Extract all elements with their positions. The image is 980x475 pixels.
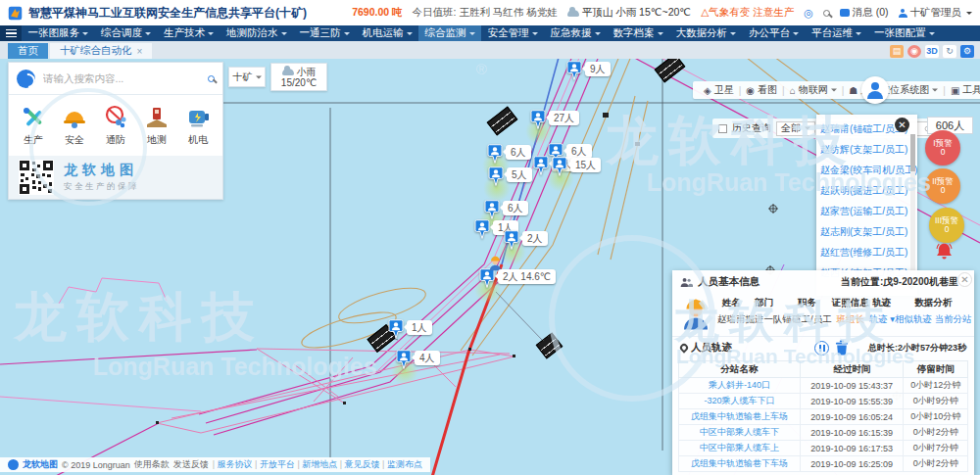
search-icon[interactable] [823,10,830,17]
toolbar-tools[interactable]: ▣工具 [946,83,980,97]
person-result-item[interactable]: 赵家营(运输工/员工) [820,201,907,221]
person-locate-button[interactable] [861,76,889,104]
legend-icon[interactable]: ▤ [890,45,904,58]
toolbar-view[interactable]: ◉看图 [741,83,782,97]
close-icon[interactable]: ✕ [895,118,909,132]
track-dropdown[interactable]: 轨迹 ▾ [869,310,895,328]
survey-icon [144,105,170,130]
footer-feedback[interactable]: 发送反馈 [173,458,209,471]
view-icon: ◉ [746,85,755,96]
chevron-down-icon [658,32,663,38]
chevron-down-icon [82,32,88,38]
map-search-input[interactable] [41,71,202,85]
station-name-link[interactable]: 乘人斜井-140口 [679,378,801,394]
history-checkbox[interactable] [718,124,727,133]
person-result-item[interactable]: 赵红营(维修工/员工) [820,242,907,262]
toolbar-person-system[interactable]: ☗人员定位系统图 [844,83,943,97]
toolbar-satellite[interactable]: ◈卫星 [699,83,739,97]
similar-track-link[interactable]: 相似轨迹 [895,313,932,324]
footer-link[interactable]: 意见反馈 [345,459,380,469]
pause-button[interactable] [814,341,829,356]
toolbar-iot[interactable]: ⌂物联网 [785,83,842,97]
person-marker[interactable]: 6人 [487,144,503,165]
category-survey[interactable]: 地测 [144,105,170,147]
stay-duration: 0小时2分钟 [904,425,968,441]
person-marker[interactable]: 6人 [484,200,500,220]
tab-automation[interactable]: 十矿综合自动化× [50,43,152,59]
nav-item-7[interactable]: 安全管理 [481,25,544,41]
mine-selector[interactable]: 十矿 [228,67,266,87]
person-result-item[interactable]: 赵跃明(掘进工/员工) [820,180,907,201]
nav-item-1[interactable]: 综合调度 [95,25,158,41]
category-row: 生产 安全 通防 地测 机电 [9,95,222,156]
footer-link[interactable]: 服务协议 [218,459,253,469]
nav-item-8[interactable]: 应急救援 [544,25,607,41]
station-name-link[interactable]: 中区中部乘人缆车下 [679,425,801,441]
person-marker[interactable]: 2人 14.6℃ [479,268,495,289]
station-col-header: 停留时间 [904,361,968,378]
footer-link[interactable]: 监测布点 [387,459,422,469]
footer-link[interactable]: 新增地点 [302,459,337,469]
person-marker[interactable]: 9人 [566,61,582,81]
3d-toggle-button[interactable]: 3D [925,45,939,58]
alarm-bell-icon[interactable] [934,241,955,261]
station-name-link[interactable]: 戊组集中轨道输巷下车场 [679,456,801,472]
person-marker[interactable]: 27人 [530,110,546,130]
alert-badge-3[interactable]: III预警0 [929,208,964,243]
category-ventilation[interactable]: 通防 [103,105,128,147]
person-marker[interactable]: 1人 [474,219,490,240]
people-icon [680,277,693,288]
brand-slogan: 安全生产的保障 [64,181,139,193]
separator: | [337,459,344,469]
footer-terms[interactable]: 使用条款 [134,458,170,471]
hamburger-menu-button[interactable] [0,25,22,41]
station-name-link[interactable]: -320乘人缆车下口 [679,394,801,409]
alert-badge-2[interactable]: II预警0 [925,168,960,204]
person-marker[interactable]: 5人 [488,166,504,187]
chevron-down-icon [407,32,413,38]
category-electromechanical[interactable]: 机电 [185,105,211,147]
alert-badge-1[interactable]: I预警0 [925,130,960,166]
location-icon[interactable]: ◉ [907,45,921,58]
refresh-icon[interactable]: ↻ [943,45,956,58]
category-production[interactable]: 生产 [21,105,46,147]
scrollbar[interactable] [910,134,915,282]
nav-item-10[interactable]: 大数据分析 [669,25,743,41]
search-icon[interactable] [208,75,215,82]
person-result-item[interactable]: 赵金梁(绞车司机/员工) [820,160,907,180]
person-marker[interactable]: 4人 [396,350,412,370]
footer-link[interactable]: 开放平台 [260,459,295,469]
bulb-icon[interactable]: ◎ [804,7,813,20]
close-icon[interactable]: × [137,46,143,57]
category-safety[interactable]: 安全 [62,105,87,147]
close-icon[interactable]: ✕ [957,272,972,287]
person-count-label: 2人 14.6℃ [498,269,556,284]
person-marker[interactable]: 1人 [388,319,404,340]
person-marker[interactable]: 2人 [504,230,519,251]
mine-map-canvas[interactable]: 9人27人6人6人4人15人5人6人1人2人2人 14.6℃1人4人 生产 安全 [0,59,980,475]
nav-item-4[interactable]: 一通三防 [293,25,356,41]
user-menu[interactable]: 十矿管理员 [899,6,973,20]
nav-item-2[interactable]: 生产技术 [158,25,220,41]
cert-info-link[interactable]: 班组长 [832,310,869,328]
nav-item-5[interactable]: 机电运输 [356,25,418,41]
station-name-link[interactable]: 中区中部乘人缆车上 [679,441,801,456]
person-result-item[interactable]: 赵志刚(支架工/员工) [820,221,907,242]
nav-item-9[interactable]: 数字档案 [607,25,669,41]
nav-item-13[interactable]: 一张图配置 [868,25,942,41]
nav-item-6[interactable]: 综合监测 [418,25,481,41]
station-name-link[interactable]: 戊组集中轨道输巷上车场 [679,409,801,425]
person-result-item[interactable]: 赵纺辉(支架工/员工) [820,139,907,160]
messages-button[interactable]: 消息 (0) [840,6,889,20]
tab-home[interactable]: 首页 [8,43,48,59]
nav-item-0[interactable]: 一张图服务 [22,25,95,41]
person-marker[interactable]: 15人 [552,157,567,177]
person-marker[interactable]: 4人 [533,156,549,176]
nav-item-12[interactable]: 平台运维 [806,25,868,41]
nav-item-11[interactable]: 办公平台 [743,25,806,41]
trash-icon[interactable] [835,340,849,356]
gear-icon[interactable]: ⚙ [960,45,974,58]
nav-item-3[interactable]: 地测防治水 [220,25,294,41]
filter-dropdown[interactable]: 全部 [776,121,815,136]
current-station-link[interactable]: 当前分站 [935,313,972,324]
